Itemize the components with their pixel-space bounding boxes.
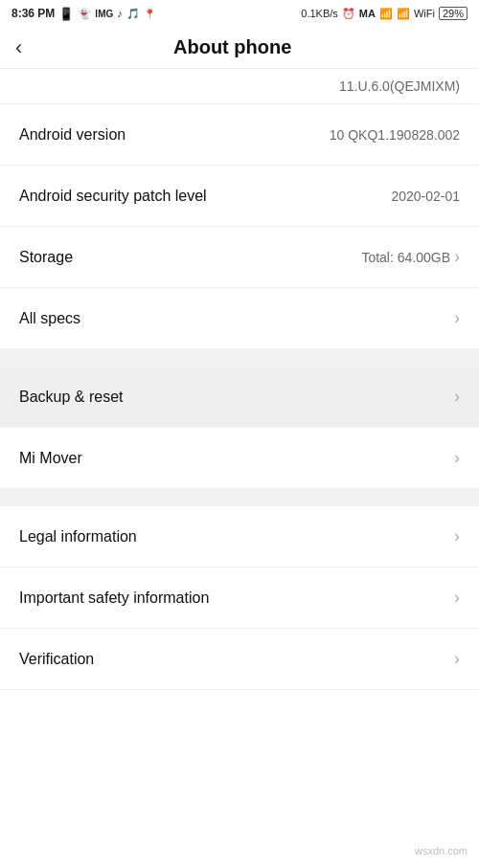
chevron-icon: › xyxy=(454,387,460,407)
list-item-legal-information[interactable]: Legal information › xyxy=(0,506,479,568)
list-item-all-specs[interactable]: All specs › xyxy=(0,288,479,349)
status-bar: 8:36 PM 📱 👻 IMG ♪ 🎵 📍 0.1KB/s ⏰ MA 📶 📶 W… xyxy=(0,0,479,27)
page-title: About phone xyxy=(34,36,431,58)
version-value: 11.U.6.0(QEJMIXM) xyxy=(339,78,460,94)
list-item-safety-information[interactable]: Important safety information › xyxy=(0,568,479,629)
list-item-mi-mover[interactable]: Mi Mover › xyxy=(0,428,479,489)
version-row: 11.U.6.0(QEJMIXM) xyxy=(0,69,479,104)
status-time: 8:36 PM 📱 👻 IMG ♪ 🎵 📍 xyxy=(11,7,155,21)
watermark: wsxdn.com xyxy=(415,845,468,857)
chevron-icon: › xyxy=(454,526,460,546)
section-legal: Legal information › Important safety inf… xyxy=(0,506,479,690)
section-device-info: Android version 10 QKQ1.190828.002 Andro… xyxy=(0,104,479,349)
chevron-icon: › xyxy=(454,588,460,608)
status-indicators: 0.1KB/s ⏰ MA 📶 📶 WiFi 29% xyxy=(301,7,468,20)
section-divider-2 xyxy=(0,489,479,506)
content: 11.U.6.0(QEJMIXM) Android version 10 QKQ… xyxy=(0,69,479,690)
chevron-icon: › xyxy=(454,247,460,267)
section-backup: Backup & reset › Mi Mover › xyxy=(0,367,479,489)
list-item-storage[interactable]: Storage Total: 64.00GB › xyxy=(0,227,479,288)
list-item-verification[interactable]: Verification › xyxy=(0,629,479,690)
list-item-android-version[interactable]: Android version 10 QKQ1.190828.002 xyxy=(0,104,479,166)
chevron-icon: › xyxy=(454,448,460,468)
chevron-icon: › xyxy=(454,649,460,669)
list-item-backup-reset[interactable]: Backup & reset › xyxy=(0,367,479,428)
back-button[interactable]: ‹ xyxy=(15,37,22,58)
app-bar: ‹ About phone xyxy=(0,27,479,69)
chevron-icon: › xyxy=(454,308,460,328)
list-item-security-patch[interactable]: Android security patch level 2020-02-01 xyxy=(0,166,479,227)
section-divider-1 xyxy=(0,349,479,367)
